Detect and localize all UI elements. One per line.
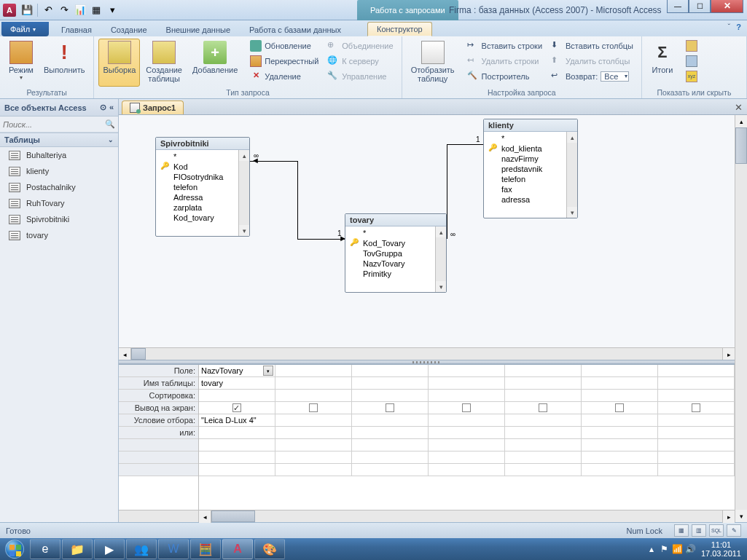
- qbe-cell[interactable]: [275, 439, 352, 451]
- qbe-cell[interactable]: [352, 414, 429, 426]
- qbe-show-cell[interactable]: [199, 402, 275, 414]
- qbe-cell[interactable]: [582, 414, 658, 426]
- tray-network-icon[interactable]: 📶: [672, 543, 684, 555]
- qbe-cell[interactable]: [429, 402, 505, 414]
- tablenames-button[interactable]: xyz: [682, 69, 701, 84]
- qbe-cell[interactable]: [582, 427, 658, 438]
- qbe-cell[interactable]: [352, 365, 429, 376]
- qbe-or-cell[interactable]: [199, 427, 275, 438]
- update-button[interactable]: Обновление: [246, 39, 322, 53]
- qbe-sort-cell[interactable]: [199, 390, 275, 401]
- taskbar-paint[interactable]: 🎨: [254, 539, 285, 559]
- qbe-cell[interactable]: [658, 451, 735, 463]
- qbe-cell[interactable]: [505, 464, 582, 476]
- qbe-cell[interactable]: [275, 464, 352, 476]
- checkbox[interactable]: [309, 403, 318, 412]
- minimize-ribbon-icon[interactable]: ˇ: [728, 23, 731, 31]
- qbe-cell[interactable]: [582, 390, 658, 401]
- table-scrollbar[interactable]: ▴▾: [238, 150, 249, 236]
- view-sql-button[interactable]: SQL: [709, 524, 724, 537]
- scroll-left-icon[interactable]: ◂: [199, 510, 211, 523]
- qbe-cell[interactable]: [199, 451, 275, 463]
- nav-item-tovary[interactable]: tovary: [0, 227, 118, 243]
- section-collapse-icon[interactable]: ⌄: [108, 136, 114, 143]
- start-button[interactable]: [0, 538, 29, 560]
- design-hscroll[interactable]: ◂ ▸: [119, 347, 735, 360]
- checkbox[interactable]: [692, 403, 700, 412]
- qbe-cell[interactable]: [352, 464, 429, 476]
- table-spivrobitniki[interactable]: Spivrobitniki *KodFIOsotrydnikatelefonAd…: [155, 137, 250, 237]
- search-input[interactable]: [3, 120, 105, 129]
- deletecols-button[interactable]: ⬆Удалить столбцы: [547, 54, 637, 68]
- table-field[interactable]: TovGruppa: [347, 248, 445, 259]
- qbe-table-cell[interactable]: tovary: [199, 377, 275, 389]
- tray-flag-icon[interactable]: ⚑: [659, 543, 670, 555]
- qat-save-icon[interactable]: 💾: [20, 3, 34, 17]
- qbe-cell[interactable]: [505, 451, 582, 463]
- qbe-cell[interactable]: [658, 377, 735, 389]
- maximize-button[interactable]: ☐: [689, 0, 711, 13]
- table-field[interactable]: kod_klienta: [485, 143, 576, 154]
- checkbox[interactable]: [615, 403, 624, 412]
- table-tovary[interactable]: tovary *Kod_TovaryTovGruppaNazvTovaryPri…: [345, 213, 447, 293]
- table-field[interactable]: Primitky: [347, 269, 445, 279]
- qbe-cell[interactable]: [199, 464, 275, 476]
- table-field[interactable]: *: [347, 228, 445, 238]
- qbe-cell[interactable]: [505, 439, 582, 451]
- dropdown-icon[interactable]: ▾: [263, 366, 273, 376]
- qbe-criteria-cell[interactable]: "Leica D-Lux 4": [199, 414, 275, 426]
- tray-arrow-icon[interactable]: ▴: [646, 543, 657, 555]
- qbe-cell[interactable]: [429, 377, 505, 389]
- table-title[interactable]: tovary: [345, 214, 446, 226]
- insertrows-button[interactable]: ↦Вставить строки: [464, 39, 546, 53]
- qbe-cell[interactable]: [429, 439, 505, 451]
- qbe-cell[interactable]: [505, 390, 582, 401]
- table-title[interactable]: klienty: [484, 119, 577, 132]
- qat-undo-icon[interactable]: ↶: [41, 3, 55, 17]
- table-title[interactable]: Spivrobitniki: [156, 138, 249, 150]
- table-field[interactable]: Kod: [157, 162, 248, 172]
- nav-item-klienty[interactable]: klienty: [0, 163, 118, 179]
- checkbox[interactable]: [462, 403, 471, 412]
- tab-home[interactable]: Главная: [52, 22, 101, 36]
- qbe-cell[interactable]: [199, 439, 275, 451]
- collapse-icon[interactable]: «: [109, 103, 114, 112]
- propsheet-button[interactable]: [682, 54, 701, 68]
- scroll-thumb[interactable]: [131, 348, 146, 360]
- qbe-cell[interactable]: [275, 451, 352, 463]
- qbe-cell[interactable]: [658, 402, 735, 414]
- view-design-button[interactable]: ✎: [727, 524, 741, 537]
- scroll-up-icon[interactable]: ▴: [735, 115, 747, 127]
- table-field[interactable]: Kod_tovary: [157, 213, 248, 223]
- table-field[interactable]: Kod_Tovary: [347, 238, 445, 248]
- qat-redo-icon[interactable]: ↷: [57, 3, 71, 17]
- qbe-columns[interactable]: NazvTovary▾ tovary: [199, 365, 735, 510]
- showtable-button[interactable]: Отобразить таблицу: [407, 39, 459, 87]
- scroll-thumb[interactable]: [211, 510, 255, 522]
- tray-volume-icon[interactable]: 🔊: [685, 543, 697, 555]
- tab-dbtools[interactable]: Работа с базами данных: [240, 22, 351, 36]
- checkbox[interactable]: [386, 403, 394, 412]
- taskbar-wmp[interactable]: ▶: [94, 539, 125, 559]
- qbe-cell[interactable]: [658, 414, 735, 426]
- qbe-cell[interactable]: [658, 464, 735, 476]
- nav-section-tables[interactable]: Таблицы ⌄: [0, 133, 118, 147]
- qbe-cell[interactable]: [429, 414, 505, 426]
- qbe-cell[interactable]: [352, 439, 429, 451]
- qbe-cell[interactable]: [352, 377, 429, 389]
- maketable-button[interactable]: Создание таблицы: [141, 39, 187, 87]
- taskbar-clock[interactable]: 11:01 17.03.2011: [698, 540, 744, 558]
- run-button[interactable]: ! Выполнить: [39, 39, 89, 87]
- scroll-right-icon[interactable]: ▸: [722, 348, 735, 360]
- taskbar-access[interactable]: A: [222, 539, 253, 559]
- qbe-cell[interactable]: [658, 390, 735, 401]
- query-tab[interactable]: Запрос1: [122, 100, 184, 114]
- taskbar-msn[interactable]: 👥: [126, 539, 157, 559]
- tab-close-icon[interactable]: ✕: [735, 102, 743, 113]
- qbe-cell[interactable]: [582, 451, 658, 463]
- append-button[interactable]: + Добавление: [188, 39, 242, 87]
- deleterows-button[interactable]: ↤Удалить строки: [464, 54, 546, 68]
- qbe-cell[interactable]: [505, 414, 582, 426]
- qbe-cell[interactable]: [582, 377, 658, 389]
- table-field[interactable]: Adressa: [157, 192, 248, 202]
